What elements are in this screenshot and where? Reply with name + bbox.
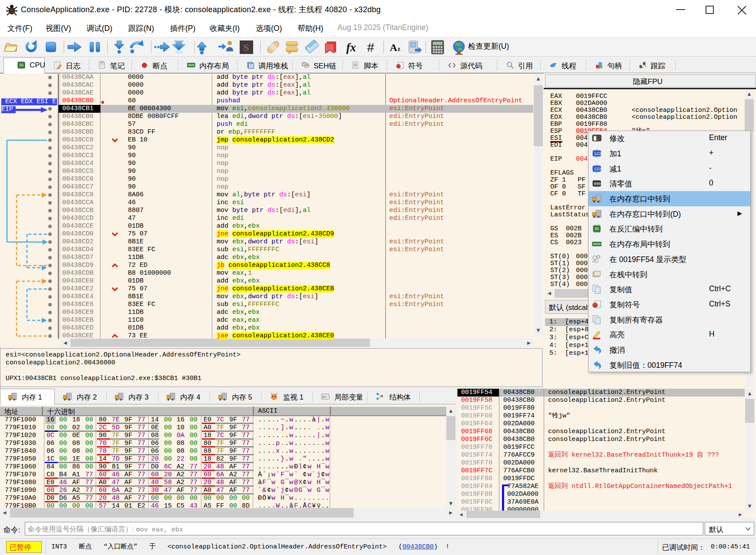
- svg-text:123: 123: [594, 167, 601, 172]
- svg-text:A: A: [390, 42, 398, 53]
- svg-text:#: #: [367, 40, 374, 54]
- svg-text:123: 123: [594, 152, 601, 156]
- svg-text:█_: █_: [594, 136, 599, 141]
- svg-text:000: 000: [594, 182, 601, 186]
- svg-text:S: S: [243, 42, 249, 53]
- svg-text:x=: x=: [322, 395, 327, 399]
- svg-text:fx: fx: [346, 41, 356, 54]
- svg-text:z: z: [398, 46, 400, 52]
